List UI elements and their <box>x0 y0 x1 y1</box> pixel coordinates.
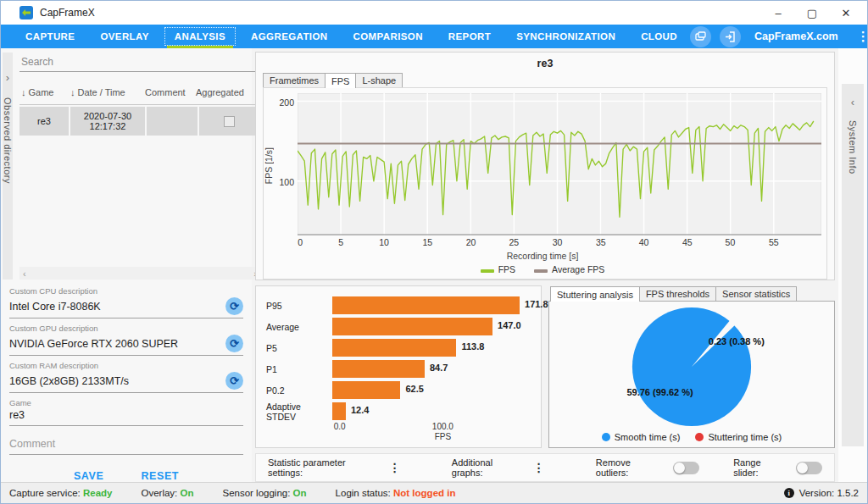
table-row[interactable]: re3 2020-07-3012:17:32 <box>19 107 260 136</box>
status-bar: Capture service: Ready Overlay: On Senso… <box>1 482 867 503</box>
gpu-description-input[interactable]: NVIDIA GeForce RTX 2060 SUPER <box>9 338 220 350</box>
tab-fps[interactable]: FPS <box>325 73 356 88</box>
y-axis-ticks: 200 100 <box>275 93 298 237</box>
statistic-settings-menu-icon[interactable]: ⋮ <box>389 461 401 474</box>
scroll-left-icon[interactable]: ‹ <box>23 269 26 279</box>
expand-left-icon[interactable]: ‹ <box>851 96 854 108</box>
ram-description-input[interactable]: 16GB (2x8GB) 2133MT/s <box>9 375 220 387</box>
nav-tab-cloud[interactable]: CLOUD <box>628 25 690 48</box>
capture-service-status: Capture service: Ready <box>9 488 112 498</box>
analysis-footer-bar: Statistic parameter settings: ⋮ Addition… <box>255 453 835 482</box>
stat-row: P0.2 62.5 <box>263 379 534 401</box>
version-label: Version: 1.5.2 <box>799 488 859 498</box>
overflow-menu-icon[interactable]: ⋮ <box>852 29 868 44</box>
screenshot-icon <box>695 31 706 42</box>
tab-stuttering-analysis[interactable]: Stuttering analysis <box>550 286 640 302</box>
row-game[interactable]: re3 <box>19 107 69 136</box>
minimize-button[interactable]: – <box>772 7 784 19</box>
observed-directory-strip[interactable]: › Observed directory <box>3 53 13 280</box>
range-slider-label: Range slider: <box>733 457 787 478</box>
stat-row: P5 113.8 <box>263 337 534 358</box>
overlay-status: Overlay: On <box>141 488 193 498</box>
stuttering-panel: Stuttering analysis FPS thresholds Senso… <box>548 285 835 448</box>
nav-tabs: CAPTURE OVERLAY ANALYSIS AGGREGATION COM… <box>1 25 690 48</box>
screenshot-button[interactable] <box>690 26 711 47</box>
stat-row: P95 171.8 <box>263 295 534 316</box>
comment-input[interactable]: Comment <box>9 438 243 450</box>
login-icon <box>725 31 736 42</box>
stat-x-ticks: 0.0 100.0 <box>336 422 534 432</box>
row-comment[interactable] <box>147 107 198 136</box>
nav-tab-comparison[interactable]: COMPARISON <box>340 25 435 48</box>
record-info-form: Custom CPU description Intel Core i7-808… <box>1 280 252 482</box>
main-navbar: CAPTURE OVERLAY ANALYSIS AGGREGATION COM… <box>1 25 867 48</box>
app-logo-icon <box>19 6 33 19</box>
remove-outliers-toggle[interactable] <box>673 462 699 474</box>
login-button[interactable] <box>720 26 741 47</box>
fps-chart-panel: re3 Frametimes FPS L-shape FPS [1/s] 200… <box>255 52 835 280</box>
row-datetime[interactable]: 2020-07-3012:17:32 <box>70 107 145 136</box>
nav-tab-analysis[interactable]: ANALYSIS <box>162 25 238 48</box>
system-info-strip[interactable]: ‹ System Info <box>842 84 864 446</box>
gpu-refresh-button[interactable]: ⟳ <box>225 335 243 352</box>
range-slider-toggle[interactable] <box>796 462 822 474</box>
x-axis-ticks: 0 5 10 15 20 25 30 35 40 45 50 55 <box>298 237 821 249</box>
nav-tab-capture[interactable]: CAPTURE <box>13 25 87 48</box>
info-icon[interactable]: i <box>784 488 794 498</box>
pie-legend: Smooth time (s) Stuttering time (s) <box>602 429 782 447</box>
stuttering-legend-dot <box>695 433 704 441</box>
statistic-settings-label: Statistic parameter settings: <box>268 457 381 478</box>
horizontal-scrollbar[interactable]: ‹ › <box>19 267 260 280</box>
fps-plot-area <box>298 93 821 237</box>
nav-tab-report[interactable]: REPORT <box>436 25 504 48</box>
statistics-bar-chart: P95 171.8 Average 147.0 P5 113.8 P1 84.7 <box>255 285 542 448</box>
analysis-main: re3 Frametimes FPS L-shape FPS [1/s] 200… <box>252 48 838 482</box>
game-input[interactable]: re3 <box>9 409 243 421</box>
tab-sensor-statistics[interactable]: Sensor statistics <box>715 286 797 301</box>
ram-refresh-button[interactable]: ⟳ <box>225 372 243 390</box>
aggregated-checkbox[interactable] <box>224 116 235 127</box>
stat-row: Average 147.0 <box>263 316 534 337</box>
additional-graphs-menu-icon[interactable]: ⋮ <box>533 461 545 474</box>
additional-graphs-label: Additional graphs: <box>452 457 525 478</box>
column-datetime[interactable]: ↓Date / Time <box>69 80 143 104</box>
tab-fps-thresholds[interactable]: FPS thresholds <box>639 286 716 301</box>
title-bar: CapFrameX – ▢ ✕ <box>1 1 867 25</box>
column-aggregated[interactable]: Aggregated <box>194 80 253 104</box>
gpu-description-field: Custom GPU description NVIDIA GeForce RT… <box>9 324 243 356</box>
search-input[interactable] <box>19 53 260 72</box>
average-fps-legend-swatch <box>534 269 548 273</box>
close-button[interactable]: ✕ <box>840 7 852 19</box>
nav-tab-overlay[interactable]: OVERLAY <box>87 25 161 48</box>
game-field: Game re3 <box>9 398 243 426</box>
record-title: re3 <box>263 58 827 69</box>
records-table: ↓Game ↓Date / Time Comment Aggregated re… <box>19 80 260 136</box>
reset-button[interactable]: RESET <box>141 470 179 482</box>
save-button[interactable]: SAVE <box>74 470 104 482</box>
maximize-button[interactable]: ▢ <box>806 7 818 19</box>
nav-tab-synchronization[interactable]: SYNCHRONIZATION <box>504 25 628 48</box>
window-title: CapFrameX <box>40 7 772 19</box>
records-table-header: ↓Game ↓Date / Time Comment Aggregated <box>19 80 260 105</box>
smooth-legend-dot <box>602 433 610 441</box>
fps-chart-legend: FPS Average FPS <box>264 262 821 279</box>
nav-tab-aggregation[interactable]: AGGREGATION <box>238 25 340 48</box>
fps-legend-swatch <box>481 269 494 273</box>
expand-right-icon[interactable]: › <box>6 71 9 84</box>
cpu-description-input[interactable]: Intel Core i7-8086K <box>9 301 220 313</box>
app-window: CapFrameX – ▢ ✕ CAPTURE OVERLAY ANALYSIS… <box>0 0 868 504</box>
column-game[interactable]: ↓Game <box>19 80 69 104</box>
row-aggregated <box>199 107 259 136</box>
smooth-slice-label: 59.76 (99.62 %) <box>626 387 693 397</box>
ram-description-field: Custom RAM description 16GB (2x8GB) 2133… <box>9 361 243 393</box>
tab-l-shape[interactable]: L-shape <box>355 73 403 87</box>
column-comment[interactable]: Comment <box>143 80 194 104</box>
cpu-refresh-button[interactable]: ⟳ <box>225 297 243 315</box>
site-link[interactable]: CapFrameX.com <box>749 30 843 42</box>
stuttering-pie-chart: 0.23 (0.38 %) 59.76 (99.62 %) Smooth tim… <box>548 301 835 448</box>
sort-desc-icon[interactable]: ↓ <box>21 87 26 97</box>
sort-desc-icon[interactable]: ↓ <box>70 87 75 97</box>
stat-row: Adaptive STDEV 12.4 <box>263 401 534 422</box>
tab-frametimes[interactable]: Frametimes <box>263 73 326 87</box>
comment-field: Comment <box>9 438 243 455</box>
